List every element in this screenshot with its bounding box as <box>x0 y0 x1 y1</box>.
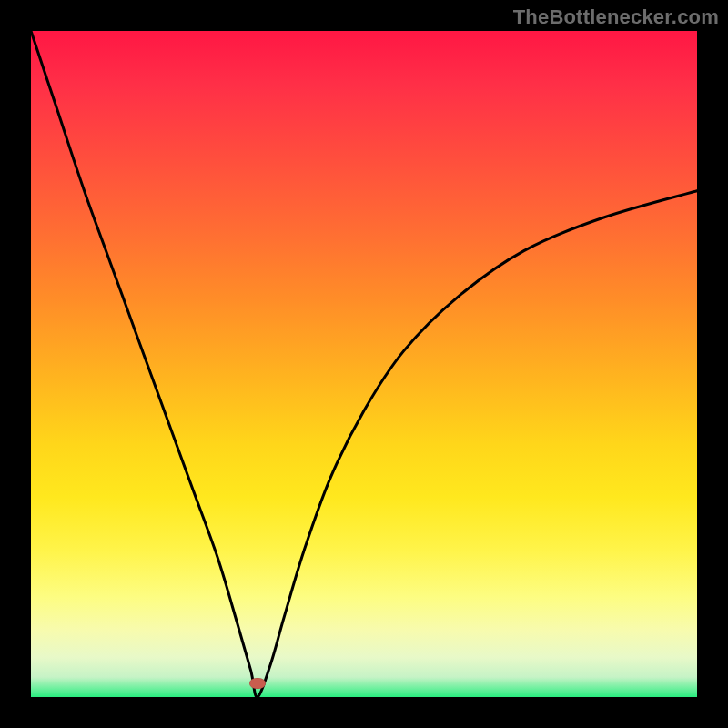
watermark-text: TheBottlenecker.com <box>513 5 719 29</box>
plot-area <box>31 31 697 697</box>
bottleneck-curve <box>31 31 697 697</box>
optimal-point-marker <box>249 678 266 689</box>
chart-frame: TheBottlenecker.com <box>0 0 728 728</box>
